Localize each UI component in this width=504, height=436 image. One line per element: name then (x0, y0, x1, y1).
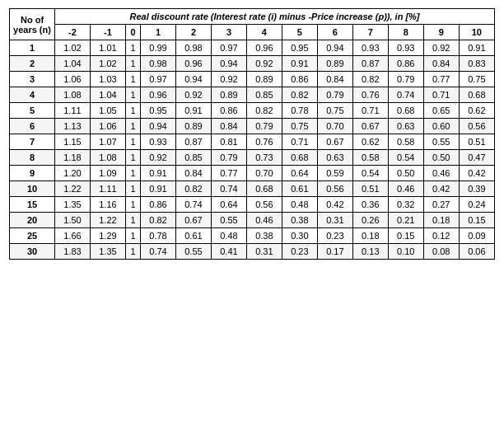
data-cell: 0.92 (211, 72, 246, 87)
data-cell: 1 (125, 181, 140, 197)
year-cell: 7 (10, 134, 55, 150)
data-cell: 0.08 (423, 244, 459, 260)
data-cell: 1 (125, 197, 140, 213)
data-cell: 0.97 (211, 40, 246, 56)
data-cell: 0.61 (282, 181, 317, 197)
data-cell: 0.91 (175, 103, 211, 119)
data-cell: 0.42 (317, 197, 352, 213)
data-cell: 0.48 (211, 228, 246, 244)
data-cell: 0.84 (211, 119, 246, 134)
col-header-8: 8 (388, 25, 423, 40)
data-cell: 0.84 (317, 72, 352, 87)
table-row: 151.351.1610.860.740.640.560.480.420.360… (10, 197, 495, 213)
data-cell: 0.99 (141, 40, 176, 56)
data-cell: 0.89 (211, 87, 246, 103)
table-row: 91.201.0910.910.840.770.700.640.590.540.… (10, 166, 495, 181)
data-cell: 1.20 (55, 166, 91, 181)
data-cell: 0.74 (141, 244, 176, 260)
data-cell: 1.29 (90, 228, 125, 244)
table-row: 21.041.0210.980.960.940.920.910.890.870.… (10, 56, 495, 72)
data-cell: 0.17 (317, 244, 352, 260)
data-cell: 1.09 (90, 166, 125, 181)
data-cell: 0.54 (352, 166, 388, 181)
data-cell: 0.56 (459, 119, 494, 134)
data-cell: 0.30 (282, 228, 317, 244)
data-cell: 0.89 (246, 72, 282, 87)
data-cell: 0.67 (317, 134, 352, 150)
data-cell: 0.71 (352, 103, 388, 119)
year-cell: 5 (10, 103, 55, 119)
data-cell: 1 (125, 134, 140, 150)
table-row: 101.221.1110.910.820.740.680.610.560.510… (10, 181, 495, 197)
data-cell: 0.64 (211, 197, 246, 213)
data-cell: 0.41 (211, 244, 246, 260)
data-cell: 1.07 (90, 134, 125, 150)
data-cell: 0.42 (423, 181, 459, 197)
data-cell: 0.36 (352, 197, 388, 213)
data-cell: 0.32 (388, 197, 423, 213)
data-cell: 0.09 (459, 228, 494, 244)
data-cell: 0.55 (423, 134, 459, 150)
data-cell: 1 (125, 103, 140, 119)
data-cell: 0.77 (211, 166, 246, 181)
col-header-7: 7 (352, 25, 388, 40)
data-cell: 0.51 (459, 134, 494, 150)
data-cell: 0.15 (459, 213, 494, 228)
data-cell: 0.50 (423, 150, 459, 166)
data-cell: 1.04 (55, 56, 91, 72)
data-cell: 0.98 (141, 56, 176, 72)
data-cell: 0.89 (317, 56, 352, 72)
data-cell: 0.82 (246, 103, 282, 119)
year-cell: 15 (10, 197, 55, 213)
data-cell: 0.74 (175, 197, 211, 213)
data-cell: 0.23 (282, 244, 317, 260)
data-cell: 0.63 (317, 150, 352, 166)
data-cell: 0.23 (317, 228, 352, 244)
data-cell: 1.35 (55, 197, 91, 213)
data-cell: 0.91 (282, 56, 317, 72)
data-cell: 0.27 (423, 197, 459, 213)
data-cell: 0.70 (317, 119, 352, 134)
data-cell: 0.59 (317, 166, 352, 181)
table-row: 51.111.0510.950.910.860.820.780.750.710.… (10, 103, 495, 119)
data-cell: 0.92 (175, 87, 211, 103)
data-cell: 0.26 (352, 213, 388, 228)
table-row: 201.501.2210.820.670.550.460.380.310.260… (10, 213, 495, 228)
col-header-3: 3 (211, 25, 246, 40)
column-headers-row: -2-1012345678910 (10, 25, 495, 40)
data-cell: 0.15 (388, 228, 423, 244)
data-cell: 0.61 (175, 228, 211, 244)
data-cell: 1 (125, 166, 140, 181)
data-cell: 1.35 (90, 244, 125, 260)
data-cell: 0.31 (246, 244, 282, 260)
data-cell: 0.62 (459, 103, 494, 119)
data-cell: 0.71 (423, 87, 459, 103)
data-cell: 0.54 (388, 150, 423, 166)
data-cell: 0.38 (246, 228, 282, 244)
data-cell: 0.73 (246, 150, 282, 166)
data-cell: 1.16 (90, 197, 125, 213)
table-row: 31.061.0310.970.940.920.890.860.840.820.… (10, 72, 495, 87)
data-cell: 1.22 (90, 213, 125, 228)
data-cell: 1.22 (55, 181, 91, 197)
data-cell: 1.02 (55, 40, 91, 56)
data-cell: 0.46 (246, 213, 282, 228)
data-cell: 0.85 (246, 87, 282, 103)
data-cell: 0.85 (175, 150, 211, 166)
data-cell: 0.83 (459, 56, 494, 72)
col-header-9: 9 (423, 25, 459, 40)
data-cell: 0.95 (282, 40, 317, 56)
data-cell: 0.77 (423, 72, 459, 87)
data-cell: 1 (125, 150, 140, 166)
data-cell: 0.79 (317, 87, 352, 103)
data-cell: 0.24 (459, 197, 494, 213)
data-cell: 0.82 (175, 181, 211, 197)
data-cell: 0.81 (211, 134, 246, 150)
year-cell: 9 (10, 166, 55, 181)
data-cell: 0.18 (352, 228, 388, 244)
data-cell: 0.93 (352, 40, 388, 56)
data-cell: 0.92 (246, 56, 282, 72)
data-cell: 0.64 (282, 166, 317, 181)
table-row: 61.131.0610.940.890.840.790.750.700.670.… (10, 119, 495, 134)
data-cell: 0.95 (141, 103, 176, 119)
